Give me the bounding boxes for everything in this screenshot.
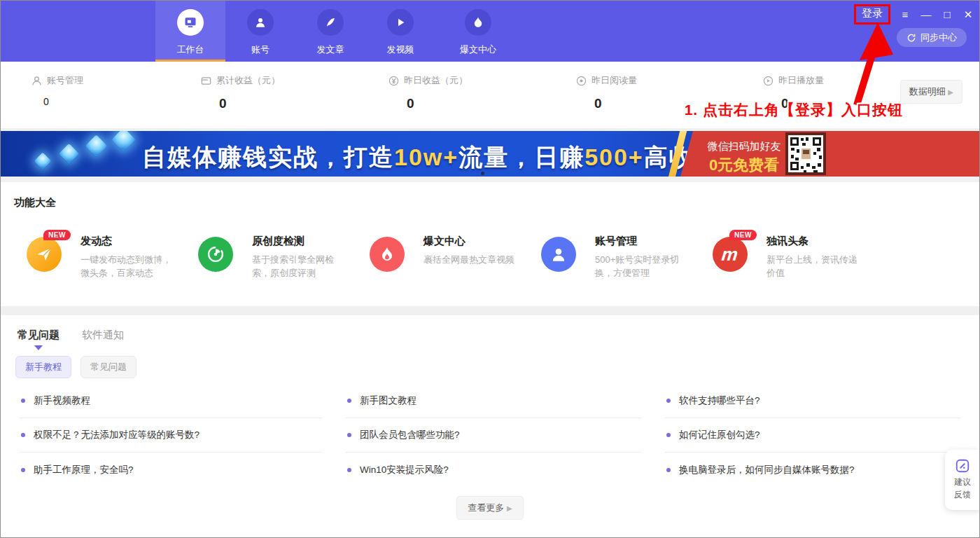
bullet-dot-icon xyxy=(666,433,671,437)
faq-filter-pills: 新手教程 常见问题 xyxy=(15,356,980,378)
bullet-dot-icon xyxy=(21,468,25,472)
tab-label: 发视频 xyxy=(387,43,414,56)
new-badge: NEW xyxy=(729,230,757,240)
window-controls: 登录 ≡ — □ ✕ xyxy=(854,4,974,25)
cube-decoration xyxy=(59,144,80,165)
user-icon xyxy=(31,76,42,86)
stat-total-earnings: 累计收益（元） 0 xyxy=(201,74,280,111)
bullet-dot-icon xyxy=(666,468,671,472)
stat-label: 昨日播放量 xyxy=(778,74,824,87)
tab-publish-video[interactable]: 发视频 xyxy=(365,0,435,62)
promo-banner[interactable]: 自媒体赚钱实战，打造10w+流量，日赚500+高收益玩法 微信扫码加好友 0元免… xyxy=(0,131,980,177)
feedback-float-button[interactable]: 建议 反馈 xyxy=(945,450,980,510)
feature-desc: 一键发布动态到微博，微头条，百家动态 xyxy=(80,253,180,280)
feature-desc: 新平台上线，资讯传递价值 xyxy=(766,253,866,280)
faq-list: 新手视频教程 新手图文教程 软件支持哪些平台? 权限不足？无法添加对应等级的账号… xyxy=(20,384,960,487)
sync-center-button[interactable]: 同步中心 xyxy=(897,28,967,47)
view-more-button[interactable]: 查看更多 ▶ xyxy=(456,496,523,520)
feature-desc: 500+账号实时登录切换，方便管理 xyxy=(595,253,694,280)
refresh-icon xyxy=(906,33,916,43)
feature-duxun-toutiao[interactable]: NEW m 独讯头条 新平台上线，资讯传递价值 xyxy=(713,235,874,280)
feature-title: 原创度检测 xyxy=(252,235,359,248)
new-badge: NEW xyxy=(43,230,71,240)
stat-value: 0 xyxy=(219,96,280,111)
feature-originality-check[interactable]: 原创度检测 基于搜索引擎全网检索，原创度评测 xyxy=(198,235,359,280)
feature-desc: 裹括全网最热文章视频 xyxy=(424,253,523,266)
flame-icon xyxy=(465,9,491,36)
feature-title: 账号管理 xyxy=(595,235,702,248)
menu-icon[interactable]: ≡ xyxy=(899,8,911,20)
stat-value: 0 xyxy=(594,96,637,111)
yen-circle-icon xyxy=(388,76,399,86)
tab-label: 爆文中心 xyxy=(460,43,496,56)
tab-publish-article[interactable]: 发文章 xyxy=(295,0,365,62)
faq-item[interactable]: 新手图文教程 xyxy=(346,384,641,418)
tab-hot-article-center[interactable]: 爆文中心 xyxy=(435,0,521,62)
pill-beginner-tutorial[interactable]: 新手教程 xyxy=(15,356,71,378)
faq-section: 常见问题 软件通知 新手教程 常见问题 新手视频教程 新手图文教程 软件支持哪些… xyxy=(0,315,980,538)
faq-item[interactable]: 如何记住原创勾选? xyxy=(665,418,960,453)
tab-label: 账号 xyxy=(251,43,270,56)
bullet-dot-icon xyxy=(347,399,351,403)
paper-plane-icon xyxy=(27,237,62,272)
bullet-dot-icon xyxy=(347,433,351,437)
view-more-label: 查看更多 xyxy=(468,502,504,513)
caret-right-icon: ▶ xyxy=(507,504,512,512)
tab-label: 发文章 xyxy=(317,43,344,56)
minimize-icon[interactable]: — xyxy=(920,8,932,20)
stat-value: 0 xyxy=(407,96,468,111)
features-section: 功能大全 NEW 发动态 一键发布动态到微博，微头条，百家动态 原创度检测 基于… xyxy=(0,182,980,306)
wallet-icon xyxy=(201,76,211,86)
user-icon xyxy=(247,9,274,36)
titlebar: 工作台 账号 发文章 发视频 爆文中心 登录 ≡ xyxy=(0,0,980,62)
feature-account-management[interactable]: 账号管理 500+账号实时登录切换，方便管理 xyxy=(541,235,702,280)
cube-decoration xyxy=(34,152,51,170)
data-detail-button[interactable]: 数据明细 ▶ xyxy=(900,80,962,104)
m-logo-icon: m xyxy=(713,237,748,272)
eye-circle-icon xyxy=(576,76,587,86)
tab-label: 工作台 xyxy=(177,43,204,56)
stat-account-management: 账号管理 0 xyxy=(31,74,83,107)
close-icon[interactable]: ✕ xyxy=(962,8,974,21)
tab-common-questions[interactable]: 常见问题 xyxy=(18,329,59,349)
feature-post-updates[interactable]: NEW 发动态 一键发布动态到微博，微头条，百家动态 xyxy=(27,235,188,280)
pill-common-questions[interactable]: 常见问题 xyxy=(80,356,136,378)
tutorial-step-annotation: 1. 点击右上角【登录】入口按钮 xyxy=(685,100,903,120)
data-detail-label: 数据明细 xyxy=(909,86,946,97)
stat-label: 昨日阅读量 xyxy=(592,74,637,87)
maximize-icon[interactable]: □ xyxy=(941,8,953,20)
faq-item[interactable]: 换电脑登录后，如何同步自媒体账号数据? xyxy=(665,453,960,487)
play-circle-icon xyxy=(763,76,774,86)
bullet-dot-icon xyxy=(21,399,25,403)
banner-right-panel: 微信扫码加好友 0元免费看 xyxy=(678,131,980,177)
feature-title: 发动态 xyxy=(80,235,188,248)
bullet-dot-icon xyxy=(21,433,25,437)
faq-item[interactable]: 助手工作原理，安全吗? xyxy=(20,453,322,487)
faq-item[interactable]: 软件支持哪些平台? xyxy=(665,384,960,418)
caret-right-icon: ▶ xyxy=(948,88,953,96)
faq-item[interactable]: 权限不足？无法添加对应等级的账号数? xyxy=(20,418,322,453)
feature-title: 爆文中心 xyxy=(424,235,531,248)
faq-item[interactable]: 新手视频教程 xyxy=(20,384,322,418)
login-button[interactable]: 登录 xyxy=(854,4,890,25)
flame-icon xyxy=(370,237,405,272)
tab-accounts[interactable]: 账号 xyxy=(225,0,295,62)
feature-hot-article-center[interactable]: 爆文中心 裹括全网最热文章视频 xyxy=(370,235,531,266)
bullet-dot-icon xyxy=(666,399,671,403)
feature-desc: 基于搜索引擎全网检索，原创度评测 xyxy=(252,253,351,280)
bullet-dot-icon xyxy=(347,468,351,472)
tab-workbench[interactable]: 工作台 xyxy=(155,0,225,62)
faq-item[interactable]: Win10安装提示风险? xyxy=(346,453,641,487)
stat-label: 累计收益（元） xyxy=(216,74,280,87)
stat-label: 昨日收益（元） xyxy=(404,74,468,87)
play-icon xyxy=(387,9,414,36)
stat-yesterday-earnings: 昨日收益（元） 0 xyxy=(388,74,468,111)
sync-center-label: 同步中心 xyxy=(920,32,957,44)
stat-value: 0 xyxy=(43,96,83,107)
cube-decoration xyxy=(85,134,108,158)
features-title: 功能大全 xyxy=(14,196,980,209)
faq-tabs: 常见问题 软件通知 xyxy=(18,329,980,349)
faq-item[interactable]: 团队会员包含哪些功能? xyxy=(346,418,641,453)
tab-software-notices[interactable]: 软件通知 xyxy=(82,329,124,349)
banner-carousel-dot[interactable] xyxy=(481,172,484,175)
